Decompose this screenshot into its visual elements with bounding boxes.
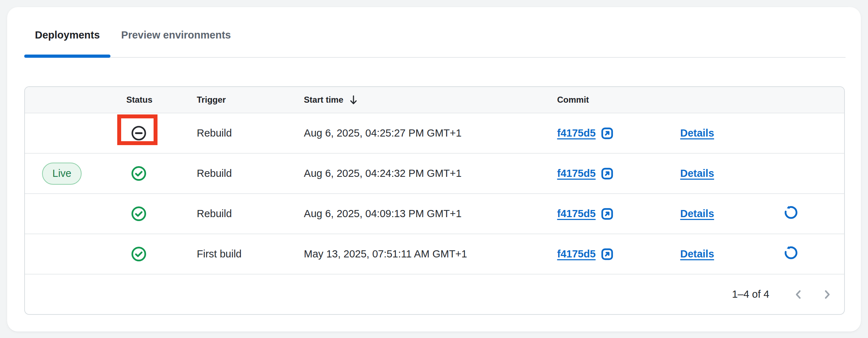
start-time-cell: Aug 6, 2025, 04:09:13 PM GMT+1	[300, 193, 549, 234]
trigger-cell: First build	[193, 234, 300, 274]
tab-bar: Deployments Preview environments	[24, 7, 846, 58]
header-retry-empty	[762, 87, 844, 113]
retry-deployment-button[interactable]	[783, 245, 799, 261]
check-circle-icon	[131, 206, 147, 222]
check-circle-icon	[131, 165, 147, 181]
pagination-row: 1–4 of 4	[25, 274, 844, 314]
commit-link[interactable]: f4175d5	[557, 247, 614, 261]
tab-preview-environments-label: Preview environments	[121, 29, 231, 41]
start-time-cell: Aug 6, 2025, 04:24:32 PM GMT+1	[300, 153, 549, 193]
commit-hash: f4175d5	[557, 127, 596, 139]
details-link[interactable]: Details	[680, 208, 714, 220]
table-row: Live Rebuild Aug 6, 2025, 04:24:32 PM GM…	[25, 153, 844, 193]
chevron-right-icon	[821, 288, 833, 301]
header-details-empty	[673, 87, 762, 113]
table-row: Rebuild Aug 6, 2025, 04:25:27 PM GMT+1 f…	[25, 113, 844, 153]
external-link-icon	[600, 247, 614, 261]
commit-link[interactable]: f4175d5	[557, 167, 614, 181]
pagination-prev-button[interactable]	[791, 287, 806, 302]
pagination-range-label: 1–4 of 4	[732, 288, 769, 300]
table-header-row: Status Trigger Start time Commit	[25, 87, 844, 113]
external-link-icon	[600, 167, 614, 181]
pagination-next-button[interactable]	[819, 287, 835, 302]
minus-circle-icon	[131, 125, 147, 141]
commit-hash: f4175d5	[557, 248, 596, 260]
table-row: First build May 13, 2025, 07:51:11 AM GM…	[25, 234, 844, 274]
details-link[interactable]: Details	[680, 248, 714, 260]
deployments-card: Deployments Preview environments Status …	[7, 7, 861, 332]
deployments-table: Status Trigger Start time Commit	[24, 86, 845, 315]
external-link-icon	[600, 126, 614, 140]
commit-link[interactable]: f4175d5	[557, 126, 614, 140]
header-commit: Commit	[549, 87, 673, 113]
retry-icon	[783, 245, 799, 261]
commit-link[interactable]: f4175d5	[557, 207, 614, 221]
pagination: 1–4 of 4	[25, 275, 844, 314]
tab-deployments[interactable]: Deployments	[24, 29, 110, 57]
arrow-down-icon	[348, 94, 358, 105]
header-start-time[interactable]: Start time	[300, 87, 549, 113]
details-link[interactable]: Details	[680, 168, 714, 179]
retry-deployment-button[interactable]	[783, 204, 799, 221]
commit-hash: f4175d5	[557, 168, 596, 179]
check-circle-icon	[131, 246, 147, 262]
start-time-cell: May 13, 2025, 07:51:11 AM GMT+1	[300, 234, 549, 274]
trigger-cell: Rebuild	[193, 193, 300, 234]
tab-preview-environments[interactable]: Preview environments	[110, 29, 242, 57]
trigger-cell: Rebuild	[193, 153, 300, 193]
active-tab-underline	[24, 55, 110, 58]
chevron-left-icon	[792, 288, 805, 301]
details-link[interactable]: Details	[680, 127, 714, 139]
retry-icon	[783, 204, 799, 221]
commit-hash: f4175d5	[557, 208, 596, 220]
live-status-badge: Live	[42, 163, 82, 185]
header-start-time-label: Start time	[304, 95, 343, 105]
external-link-icon	[600, 207, 614, 221]
table-row: Rebuild Aug 6, 2025, 04:09:13 PM GMT+1 f…	[25, 193, 844, 234]
start-time-cell: Aug 6, 2025, 04:25:27 PM GMT+1	[300, 113, 549, 153]
tab-deployments-label: Deployments	[35, 29, 100, 41]
trigger-cell: Rebuild	[193, 113, 300, 153]
header-trigger: Trigger	[193, 87, 300, 113]
header-status: Status	[122, 87, 193, 113]
header-badge-empty	[25, 87, 122, 113]
